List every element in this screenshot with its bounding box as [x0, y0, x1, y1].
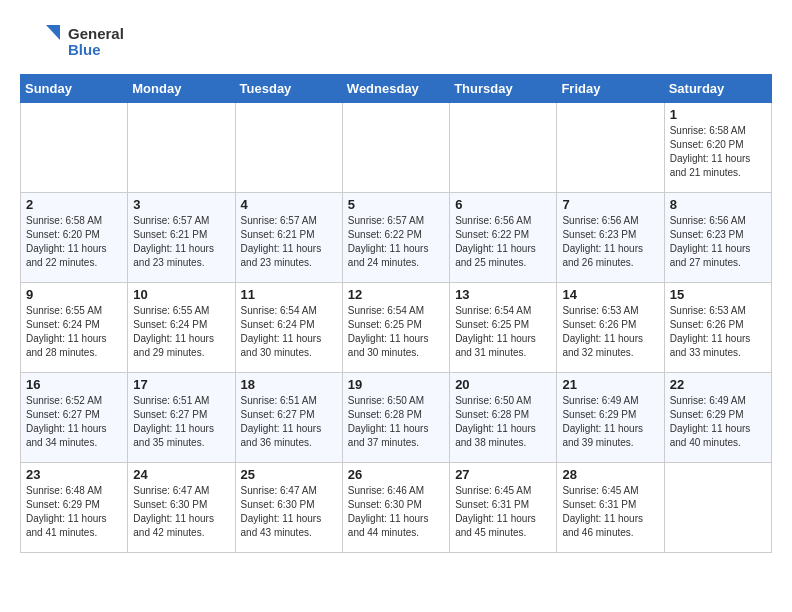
calendar-cell: 4Sunrise: 6:57 AM Sunset: 6:21 PM Daylig…: [235, 193, 342, 283]
calendar-header: SundayMondayTuesdayWednesdayThursdayFrid…: [21, 75, 772, 103]
day-info: Sunrise: 6:57 AM Sunset: 6:21 PM Dayligh…: [241, 214, 337, 270]
day-number: 6: [455, 197, 551, 212]
day-info: Sunrise: 6:57 AM Sunset: 6:21 PM Dayligh…: [133, 214, 229, 270]
calendar-week-row: 2Sunrise: 6:58 AM Sunset: 6:20 PM Daylig…: [21, 193, 772, 283]
day-info: Sunrise: 6:53 AM Sunset: 6:26 PM Dayligh…: [670, 304, 766, 360]
day-number: 12: [348, 287, 444, 302]
day-number: 8: [670, 197, 766, 212]
day-info: Sunrise: 6:48 AM Sunset: 6:29 PM Dayligh…: [26, 484, 122, 540]
calendar-cell: 27Sunrise: 6:45 AM Sunset: 6:31 PM Dayli…: [450, 463, 557, 553]
day-number: 4: [241, 197, 337, 212]
calendar-cell: 3Sunrise: 6:57 AM Sunset: 6:21 PM Daylig…: [128, 193, 235, 283]
day-info: Sunrise: 6:54 AM Sunset: 6:25 PM Dayligh…: [348, 304, 444, 360]
weekday-header-thursday: Thursday: [450, 75, 557, 103]
day-info: Sunrise: 6:58 AM Sunset: 6:20 PM Dayligh…: [26, 214, 122, 270]
day-info: Sunrise: 6:46 AM Sunset: 6:30 PM Dayligh…: [348, 484, 444, 540]
day-number: 26: [348, 467, 444, 482]
day-number: 11: [241, 287, 337, 302]
day-number: 17: [133, 377, 229, 392]
day-info: Sunrise: 6:55 AM Sunset: 6:24 PM Dayligh…: [133, 304, 229, 360]
weekday-header-saturday: Saturday: [664, 75, 771, 103]
calendar-cell: [21, 103, 128, 193]
logo: GeneralBlue: [20, 20, 124, 64]
day-number: 5: [348, 197, 444, 212]
day-info: Sunrise: 6:47 AM Sunset: 6:30 PM Dayligh…: [133, 484, 229, 540]
calendar-cell: 9Sunrise: 6:55 AM Sunset: 6:24 PM Daylig…: [21, 283, 128, 373]
logo-icon: [20, 20, 64, 64]
calendar-cell: 11Sunrise: 6:54 AM Sunset: 6:24 PM Dayli…: [235, 283, 342, 373]
calendar-cell: 26Sunrise: 6:46 AM Sunset: 6:30 PM Dayli…: [342, 463, 449, 553]
day-info: Sunrise: 6:49 AM Sunset: 6:29 PM Dayligh…: [562, 394, 658, 450]
calendar-cell: 20Sunrise: 6:50 AM Sunset: 6:28 PM Dayli…: [450, 373, 557, 463]
day-info: Sunrise: 6:56 AM Sunset: 6:23 PM Dayligh…: [670, 214, 766, 270]
calendar-cell: 14Sunrise: 6:53 AM Sunset: 6:26 PM Dayli…: [557, 283, 664, 373]
weekday-header-friday: Friday: [557, 75, 664, 103]
calendar-cell: 23Sunrise: 6:48 AM Sunset: 6:29 PM Dayli…: [21, 463, 128, 553]
calendar-cell: [128, 103, 235, 193]
day-number: 15: [670, 287, 766, 302]
calendar-cell: [664, 463, 771, 553]
calendar-cell: 17Sunrise: 6:51 AM Sunset: 6:27 PM Dayli…: [128, 373, 235, 463]
day-number: 18: [241, 377, 337, 392]
calendar-cell: 13Sunrise: 6:54 AM Sunset: 6:25 PM Dayli…: [450, 283, 557, 373]
day-info: Sunrise: 6:47 AM Sunset: 6:30 PM Dayligh…: [241, 484, 337, 540]
calendar-cell: 12Sunrise: 6:54 AM Sunset: 6:25 PM Dayli…: [342, 283, 449, 373]
day-number: 9: [26, 287, 122, 302]
calendar-cell: [342, 103, 449, 193]
logo-text: GeneralBlue: [68, 26, 124, 59]
header: GeneralBlue: [20, 20, 772, 64]
calendar-cell: 28Sunrise: 6:45 AM Sunset: 6:31 PM Dayli…: [557, 463, 664, 553]
calendar-cell: 18Sunrise: 6:51 AM Sunset: 6:27 PM Dayli…: [235, 373, 342, 463]
svg-marker-0: [46, 25, 60, 40]
calendar-cell: 7Sunrise: 6:56 AM Sunset: 6:23 PM Daylig…: [557, 193, 664, 283]
calendar-week-row: 16Sunrise: 6:52 AM Sunset: 6:27 PM Dayli…: [21, 373, 772, 463]
day-info: Sunrise: 6:55 AM Sunset: 6:24 PM Dayligh…: [26, 304, 122, 360]
day-info: Sunrise: 6:45 AM Sunset: 6:31 PM Dayligh…: [455, 484, 551, 540]
day-info: Sunrise: 6:50 AM Sunset: 6:28 PM Dayligh…: [455, 394, 551, 450]
day-number: 24: [133, 467, 229, 482]
calendar-cell: 10Sunrise: 6:55 AM Sunset: 6:24 PM Dayli…: [128, 283, 235, 373]
day-number: 3: [133, 197, 229, 212]
day-number: 22: [670, 377, 766, 392]
weekday-header-tuesday: Tuesday: [235, 75, 342, 103]
calendar-week-row: 1Sunrise: 6:58 AM Sunset: 6:20 PM Daylig…: [21, 103, 772, 193]
calendar-cell: 22Sunrise: 6:49 AM Sunset: 6:29 PM Dayli…: [664, 373, 771, 463]
calendar-cell: 19Sunrise: 6:50 AM Sunset: 6:28 PM Dayli…: [342, 373, 449, 463]
day-number: 1: [670, 107, 766, 122]
day-info: Sunrise: 6:58 AM Sunset: 6:20 PM Dayligh…: [670, 124, 766, 180]
day-number: 27: [455, 467, 551, 482]
calendar-cell: 15Sunrise: 6:53 AM Sunset: 6:26 PM Dayli…: [664, 283, 771, 373]
calendar-cell: 6Sunrise: 6:56 AM Sunset: 6:22 PM Daylig…: [450, 193, 557, 283]
day-number: 13: [455, 287, 551, 302]
day-number: 14: [562, 287, 658, 302]
day-number: 20: [455, 377, 551, 392]
day-number: 21: [562, 377, 658, 392]
calendar-cell: 2Sunrise: 6:58 AM Sunset: 6:20 PM Daylig…: [21, 193, 128, 283]
day-number: 23: [26, 467, 122, 482]
day-number: 16: [26, 377, 122, 392]
calendar-cell: 24Sunrise: 6:47 AM Sunset: 6:30 PM Dayli…: [128, 463, 235, 553]
weekday-header-wednesday: Wednesday: [342, 75, 449, 103]
day-info: Sunrise: 6:52 AM Sunset: 6:27 PM Dayligh…: [26, 394, 122, 450]
day-number: 10: [133, 287, 229, 302]
calendar-cell: 21Sunrise: 6:49 AM Sunset: 6:29 PM Dayli…: [557, 373, 664, 463]
day-info: Sunrise: 6:56 AM Sunset: 6:22 PM Dayligh…: [455, 214, 551, 270]
calendar-cell: [235, 103, 342, 193]
day-info: Sunrise: 6:49 AM Sunset: 6:29 PM Dayligh…: [670, 394, 766, 450]
day-info: Sunrise: 6:45 AM Sunset: 6:31 PM Dayligh…: [562, 484, 658, 540]
calendar-cell: [450, 103, 557, 193]
calendar-cell: [557, 103, 664, 193]
day-info: Sunrise: 6:51 AM Sunset: 6:27 PM Dayligh…: [133, 394, 229, 450]
day-info: Sunrise: 6:50 AM Sunset: 6:28 PM Dayligh…: [348, 394, 444, 450]
day-number: 19: [348, 377, 444, 392]
weekday-header-row: SundayMondayTuesdayWednesdayThursdayFrid…: [21, 75, 772, 103]
day-number: 7: [562, 197, 658, 212]
calendar-cell: 5Sunrise: 6:57 AM Sunset: 6:22 PM Daylig…: [342, 193, 449, 283]
day-info: Sunrise: 6:54 AM Sunset: 6:25 PM Dayligh…: [455, 304, 551, 360]
calendar-cell: 16Sunrise: 6:52 AM Sunset: 6:27 PM Dayli…: [21, 373, 128, 463]
day-info: Sunrise: 6:54 AM Sunset: 6:24 PM Dayligh…: [241, 304, 337, 360]
day-number: 25: [241, 467, 337, 482]
day-info: Sunrise: 6:57 AM Sunset: 6:22 PM Dayligh…: [348, 214, 444, 270]
day-number: 2: [26, 197, 122, 212]
calendar-cell: 1Sunrise: 6:58 AM Sunset: 6:20 PM Daylig…: [664, 103, 771, 193]
